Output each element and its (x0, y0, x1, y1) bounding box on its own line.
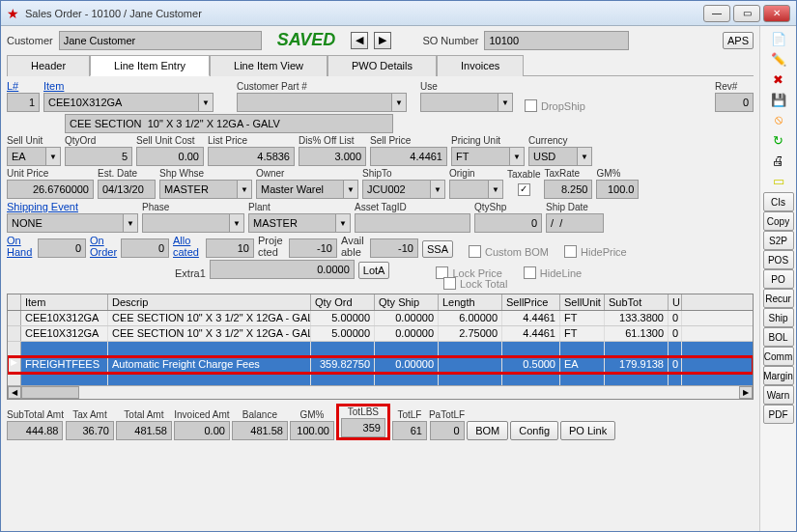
gm-input[interactable] (596, 180, 639, 199)
totlf-input[interactable] (392, 421, 427, 440)
tab-line-item-view[interactable]: Line Item View (210, 55, 327, 76)
extra1-input[interactable] (210, 260, 355, 279)
patotlf-input[interactable] (430, 421, 465, 440)
hideline-checkbox[interactable] (524, 266, 536, 279)
aps-button[interactable]: APS (723, 32, 754, 49)
phase-dd[interactable]: ▼ (229, 213, 244, 233)
config-button[interactable]: Config (510, 421, 558, 440)
edit-icon[interactable]: ✏️ (770, 50, 787, 68)
onorder-input[interactable] (121, 238, 169, 258)
side-pos-button[interactable]: POS (763, 250, 794, 269)
currency-dd[interactable]: ▼ (577, 147, 592, 166)
grid-hscroll[interactable]: ◀ ▶ (8, 385, 753, 399)
table-row[interactable]: CEE10X312GACEE SECTION 10" X 3 1/2" X 12… (8, 311, 753, 326)
line-items-grid[interactable]: Item Descrip Qty Ord Qty Ship Length Sel… (7, 294, 754, 400)
table-row[interactable]: CEE10X312GACEE SECTION 10" X 3 1/2" X 12… (8, 326, 753, 342)
lota-button[interactable]: LotA (358, 262, 390, 279)
shipdate-input[interactable] (546, 213, 604, 233)
shipevent-input[interactable] (7, 213, 123, 233)
assettag-input[interactable] (355, 213, 470, 233)
unitprice-input[interactable] (7, 180, 94, 199)
pricingunit-input[interactable] (451, 147, 509, 166)
custpart-dropdown[interactable]: ▼ (391, 93, 407, 112)
origin-dd[interactable]: ▼ (488, 180, 503, 199)
col-sellprice[interactable]: SellPrice (502, 294, 560, 310)
col-item[interactable]: Item (21, 294, 108, 310)
col-qtyord[interactable]: Qty Ord (311, 294, 375, 310)
side-comm-button[interactable]: Comm (763, 347, 794, 366)
col-qtyship[interactable]: Qty Ship (375, 294, 439, 310)
item-input[interactable] (43, 93, 198, 112)
currency-input[interactable] (528, 147, 577, 166)
rev-input[interactable] (715, 93, 754, 112)
col-length[interactable]: Length (439, 294, 502, 310)
save-icon[interactable]: 💾 (770, 91, 787, 108)
onorder-link[interactable]: On Order (90, 235, 117, 258)
close-button[interactable]: ✕ (763, 5, 790, 22)
note-icon[interactable]: ▭ (770, 172, 787, 189)
col-subtot[interactable]: SubTot (605, 294, 669, 310)
item-dropdown[interactable]: ▼ (198, 93, 213, 112)
tab-header[interactable]: Header (7, 55, 90, 76)
sellprice-input[interactable] (370, 147, 447, 166)
ssa-button[interactable]: SSA (422, 240, 453, 258)
dropship-checkbox[interactable] (525, 99, 537, 112)
listprice-input[interactable] (208, 147, 295, 166)
onhand-link[interactable]: On Hand (7, 235, 34, 258)
scroll-left[interactable]: ◀ (8, 386, 21, 399)
maximize-button[interactable]: ▭ (733, 5, 760, 22)
scroll-right[interactable]: ▶ (739, 386, 753, 399)
item-link[interactable]: Item (43, 80, 213, 92)
table-row[interactable]: ▶FREIGHTFEESAutomatic Freight Charge Fee… (8, 357, 753, 373)
shipevent-link[interactable]: Shipping Event (7, 201, 138, 212)
side-cis-button[interactable]: CIs (763, 192, 794, 211)
totgm-input[interactable] (290, 421, 334, 440)
side-warn-button[interactable]: Warn (763, 385, 794, 405)
table-row[interactable] (8, 342, 753, 357)
total-input[interactable] (116, 421, 172, 440)
print-icon[interactable]: 🖨 (770, 152, 787, 169)
custombom-checkbox[interactable] (469, 245, 481, 258)
next-button[interactable]: ▶ (374, 32, 391, 49)
side-ship-button[interactable]: Ship (763, 308, 794, 327)
lnum-input[interactable] (7, 93, 40, 112)
col-descrip[interactable]: Descrip (108, 294, 311, 310)
plant-input[interactable] (248, 213, 335, 233)
origin-input[interactable] (449, 180, 488, 199)
tax-input[interactable] (66, 421, 114, 440)
qtyord-input[interactable] (65, 147, 132, 166)
projected-input[interactable] (289, 238, 337, 258)
taxable-checkbox[interactable] (518, 183, 530, 196)
side-bol-button[interactable]: BOL (763, 327, 794, 347)
owner-input[interactable] (256, 180, 343, 199)
bom-button[interactable]: BOM (467, 421, 508, 440)
new-icon[interactable]: 📄 (770, 30, 787, 47)
side-recur-button[interactable]: Recur (763, 289, 794, 308)
col-u[interactable]: U (669, 294, 682, 310)
so-number-input[interactable] (484, 31, 629, 50)
onhand-input[interactable] (38, 238, 86, 258)
side-pdf-button[interactable]: PDF (763, 405, 794, 424)
phase-input[interactable] (142, 213, 229, 233)
qtyshp-input[interactable] (474, 213, 542, 233)
tab-line-item-entry[interactable]: Line Item Entry (90, 55, 210, 76)
balance-input[interactable] (232, 421, 288, 440)
locktotal-checkbox[interactable] (443, 277, 456, 290)
minimize-button[interactable]: — (703, 5, 730, 22)
hideprice-checkbox[interactable] (564, 245, 577, 258)
shpwhse-dd[interactable]: ▼ (237, 180, 252, 199)
sellunit-input[interactable] (7, 147, 45, 166)
polink-button[interactable]: PO Link (560, 421, 615, 440)
subtotal-input[interactable] (7, 421, 63, 440)
invoiced-input[interactable] (174, 421, 230, 440)
tab-pwo-details[interactable]: PWO Details (327, 55, 437, 76)
plant-dd[interactable]: ▼ (335, 213, 351, 233)
shipevent-dd[interactable]: ▼ (123, 213, 138, 233)
cancel-icon[interactable]: ⦸ (770, 111, 787, 128)
delete-icon[interactable]: ✖ (770, 70, 787, 88)
allocated-link[interactable]: Allo cated (173, 235, 202, 258)
col-sellunit[interactable]: SellUnit (560, 294, 605, 310)
available-input[interactable] (370, 238, 418, 258)
pricingunit-dd[interactable]: ▼ (509, 147, 525, 166)
disofflist-input[interactable] (299, 147, 366, 166)
